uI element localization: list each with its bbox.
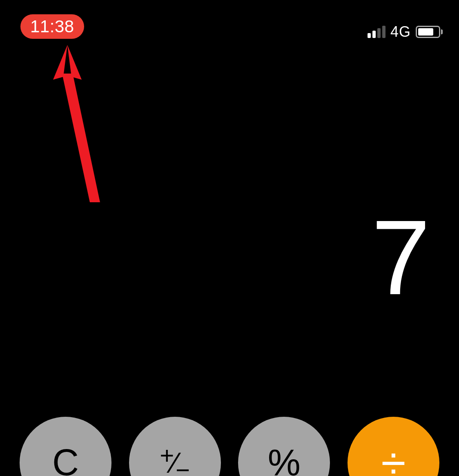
calculator-display: 7 bbox=[20, 204, 430, 311]
divide-button[interactable]: ÷ bbox=[348, 417, 439, 476]
svg-marker-2 bbox=[62, 74, 100, 202]
display-value: 7 bbox=[20, 204, 430, 311]
clear-button[interactable]: C bbox=[20, 417, 111, 476]
svg-marker-1 bbox=[67, 45, 82, 80]
network-type-label: 4G bbox=[390, 23, 411, 40]
battery-icon bbox=[416, 26, 443, 38]
plus-minus-button[interactable]: + ⁄ − bbox=[129, 417, 221, 476]
svg-marker-0 bbox=[53, 45, 67, 80]
percent-label: % bbox=[268, 442, 301, 476]
time-pill-recording[interactable]: 11:38 bbox=[20, 14, 84, 39]
divide-icon: ÷ bbox=[381, 437, 406, 476]
percent-button[interactable]: % bbox=[238, 417, 330, 476]
cellular-signal-icon bbox=[368, 26, 385, 38]
annotation-arrow-icon bbox=[51, 41, 116, 204]
calculator-button-row: C + ⁄ − % ÷ bbox=[0, 417, 459, 476]
status-bar-right: 4G bbox=[368, 23, 443, 40]
clear-label: C bbox=[52, 442, 79, 476]
status-bar: 11:38 4G bbox=[0, 0, 459, 41]
plus-minus-icon: + ⁄ − bbox=[160, 447, 190, 476]
